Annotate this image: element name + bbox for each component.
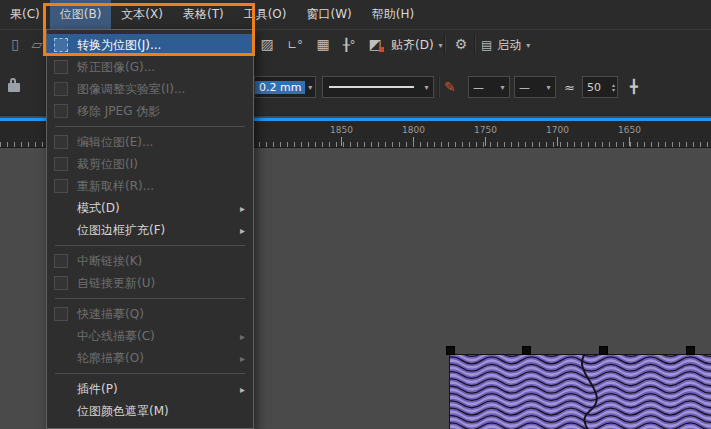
menu-separator: ▸ <box>55 373 245 374</box>
menubar-item[interactable]: 文本(X) <box>111 0 173 29</box>
ruler-number: 1850 <box>330 125 353 135</box>
menu-item[interactable]: 轮廓描摹(O) ▸ <box>47 347 253 369</box>
menubar-item[interactable]: 果(C) <box>0 0 50 29</box>
menu-item[interactable]: 中断链接(K) ▸ <box>47 250 253 272</box>
bitmap-menu-popup: 转换为位图(J)... ▸ 矫正图像(G)... ▸ 图像调整实验室(I)...… <box>46 29 254 429</box>
menu-item[interactable]: 中心线描摹(C) ▸ <box>47 325 253 347</box>
chevron-down-icon: ▾ <box>542 83 555 92</box>
menu-item[interactable]: 重新取样(R)... ▸ <box>47 175 253 197</box>
menu-separator: ▸ <box>55 298 245 299</box>
menu-item[interactable]: 转换为位图(J)... ▸ <box>47 34 253 56</box>
submenu-arrow-icon: ▸ <box>240 353 245 364</box>
lock-icon[interactable] <box>8 83 20 92</box>
crop-bitmap-icon <box>54 157 68 171</box>
selected-object-waves <box>450 355 711 429</box>
crosshair-icon[interactable]: ╋ <box>630 79 638 94</box>
update-link-icon <box>54 276 68 290</box>
menubar-item[interactable]: 工具(O) <box>234 0 297 29</box>
arrowhead-start-value: — <box>469 81 488 94</box>
convert-to-bitmap-icon <box>54 38 68 52</box>
options-gear-icon[interactable]: ⚙ <box>450 33 472 55</box>
arrowhead-end-combo[interactable]: — ▾ <box>514 76 556 98</box>
menu-item[interactable]: 裁剪位图(I) ▸ <box>47 153 253 175</box>
quick-trace-icon <box>54 307 68 321</box>
ruler-number: 1800 <box>402 125 425 135</box>
smoothing-icon: ≈ <box>564 80 575 95</box>
smoothing-value-field[interactable]: 50 ▴▾ <box>582 76 618 98</box>
remove-jpeg-artifacts-icon <box>54 104 68 118</box>
menu-item-icon <box>54 329 68 343</box>
menu-separator: ▸ <box>55 126 245 127</box>
menu-item[interactable]: 编辑位图(E)... ▸ <box>47 131 253 153</box>
grid-icon[interactable]: ▦ <box>312 33 334 55</box>
menu-item[interactable]: 自链接更新(U) ▸ <box>47 272 253 294</box>
resample-bitmap-icon <box>54 179 68 193</box>
selection-handle[interactable] <box>600 347 607 354</box>
menu-item-icon <box>54 223 68 237</box>
arrowhead-start-combo[interactable]: — ▾ <box>468 76 510 98</box>
picture-export-icon[interactable]: ▨ <box>256 33 278 55</box>
break-link-icon <box>54 254 68 268</box>
menu-item[interactable]: 插件(P) ▸ <box>47 378 253 400</box>
menubar-item[interactable]: 窗口(W) <box>296 0 361 29</box>
selection-handle[interactable] <box>687 347 694 354</box>
line-style-swatch <box>329 86 414 88</box>
brush-icon[interactable]: ✎ <box>444 79 456 95</box>
menu-item-icon <box>54 201 68 215</box>
submenu-arrow-icon: ▸ <box>240 331 245 342</box>
menu-item[interactable]: 移除 JPEG 伪影 ▸ <box>47 100 253 122</box>
menu-item[interactable]: 矫正图像(G)... ▸ <box>47 56 253 78</box>
selected-object[interactable] <box>449 354 711 429</box>
snap-target-icon[interactable]: ◩ <box>364 33 386 55</box>
menubar: 果(C) 位图(B) 文本(X) 表格(T) 工具(O) 窗口(W) 帮助( <box>0 0 711 29</box>
menu-item[interactable]: 模式(D) ▸ <box>47 197 253 219</box>
ruler-number: 1650 <box>618 125 641 135</box>
edit-bitmap-icon <box>54 135 68 149</box>
submenu-arrow-icon: ▸ <box>240 203 245 214</box>
chevron-down-icon: ▾ <box>439 41 443 50</box>
menu-item[interactable]: 图像调整实验室(I)... ▸ <box>47 78 253 100</box>
toolbar-separator <box>474 35 476 53</box>
chevron-down-icon: ▾ <box>496 83 509 92</box>
line-style-combo[interactable]: ▾ <box>322 76 434 98</box>
coreldraw-window: 果(C) 位图(B) 文本(X) 表格(T) 工具(O) 窗口(W) 帮助( <box>0 0 711 429</box>
menu-item[interactable]: 位图颜色遮罩(M) ▸ <box>47 400 253 422</box>
submenu-arrow-icon: ▸ <box>240 384 245 395</box>
launch-dropdown[interactable]: ▤ 启动 ▾ <box>481 37 530 53</box>
menubar-item[interactable]: 位图(B) <box>50 0 112 29</box>
chevron-down-icon: ▾ <box>420 83 433 92</box>
open-document-icon[interactable]: ▱ <box>26 33 48 55</box>
menu-item-icon <box>54 404 68 418</box>
toolbar-separator <box>444 35 446 53</box>
smoothing-value: 50 <box>583 81 605 94</box>
stepper-arrows-icon[interactable]: ▴▾ <box>612 82 617 92</box>
propbar-separator <box>438 76 440 98</box>
menu-item[interactable]: 快速描摹(Q) ▸ <box>47 303 253 325</box>
rulers-icon[interactable]: ∟° <box>284 33 306 55</box>
snap-dropdown[interactable]: 贴齐(D) ▾ <box>391 37 443 53</box>
menu-item-icon <box>54 351 68 365</box>
outline-width-combo[interactable]: 0.2 mm ▾ <box>254 76 316 98</box>
selection-handle[interactable] <box>447 347 454 354</box>
new-document-icon[interactable]: ▯ <box>4 33 26 55</box>
selection-handle[interactable] <box>523 347 530 354</box>
launcher-icon: ▤ <box>481 38 492 52</box>
straighten-image-icon <box>54 60 68 74</box>
image-adjust-lab-icon <box>54 82 68 96</box>
menu-item-icon <box>54 382 68 396</box>
chevron-down-icon: ▾ <box>305 83 315 92</box>
submenu-arrow-icon: ▸ <box>240 225 245 236</box>
ruler-number: 1700 <box>546 125 569 135</box>
chevron-down-icon: ▾ <box>526 41 530 50</box>
outline-width-value: 0.2 mm <box>255 81 305 94</box>
menubar-item[interactable]: 表格(T) <box>173 0 234 29</box>
guidelines-icon[interactable]: ╂° <box>338 33 360 55</box>
menu-item[interactable]: 位图边框扩充(F) ▸ <box>47 219 253 241</box>
ruler-number: 1750 <box>474 125 497 135</box>
menu-separator: ▸ <box>55 245 245 246</box>
menubar-item[interactable]: 帮助(H) <box>362 0 424 29</box>
arrowhead-end-value: — <box>515 81 534 94</box>
